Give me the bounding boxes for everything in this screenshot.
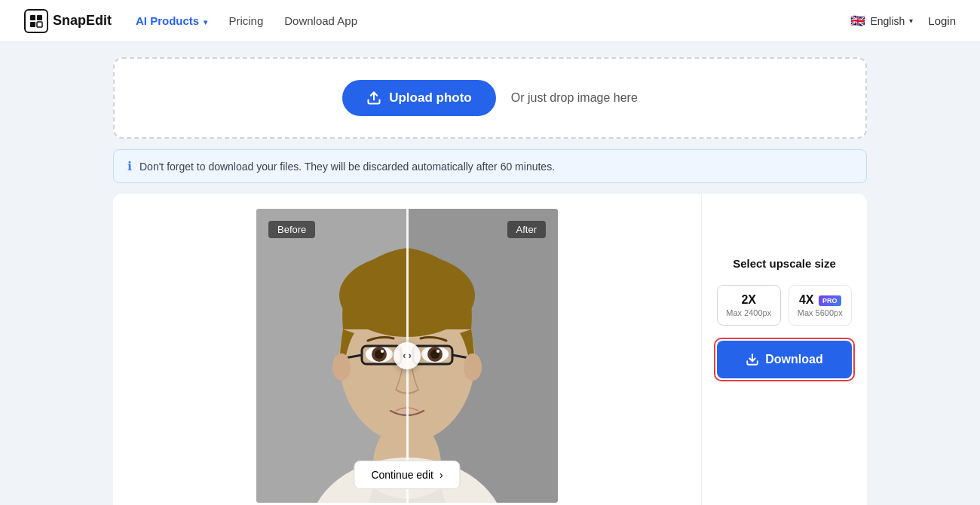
- size-option-4x[interactable]: 4X PRO Max 5600px: [789, 285, 853, 326]
- upload-photo-button[interactable]: Upload photo: [342, 80, 496, 116]
- upload-or-text: Or just drop image here: [511, 91, 638, 105]
- svg-point-26: [464, 354, 482, 381]
- navbar: SnapEdit AI Products ▾ Pricing Download …: [0, 0, 980, 42]
- nav-pricing[interactable]: Pricing: [228, 14, 263, 27]
- svg-rect-2: [30, 22, 35, 27]
- select-size-label: Select upscale size: [717, 257, 852, 270]
- size-4x-sub: Max 5600px: [795, 308, 846, 317]
- lang-label: English: [870, 15, 905, 27]
- download-highlight-border: [714, 338, 855, 381]
- info-icon: ℹ: [127, 159, 132, 173]
- flag-icon: 🇬🇧: [850, 14, 865, 28]
- size-options: 2X Max 2400px 4X PRO Max 5600px: [717, 285, 852, 326]
- after-label: After: [507, 221, 546, 238]
- main-content: Upload photo Or just drop image here ℹ D…: [0, 57, 980, 505]
- right-panel: Select upscale size 2X Max 2400px 4X PRO…: [701, 194, 867, 505]
- arrow-icon: ›: [439, 469, 443, 481]
- info-banner: ℹ Don't forget to download your files. T…: [113, 149, 867, 183]
- logo-icon: [24, 9, 48, 33]
- chevron-down-icon: ▾: [204, 18, 207, 26]
- nav-ai-products[interactable]: AI Products ▾: [136, 14, 207, 27]
- chevron-down-icon: ▾: [909, 17, 913, 25]
- before-label: Before: [268, 221, 315, 238]
- info-text: Don't forget to download your files. The…: [139, 161, 555, 173]
- upload-icon: [366, 90, 381, 106]
- pro-badge: PRO: [819, 295, 841, 306]
- content-area: Before After ‹ › Continue edit › Select …: [113, 194, 867, 505]
- svg-point-19: [436, 350, 439, 353]
- login-button[interactable]: Login: [928, 14, 956, 27]
- comparison-handle[interactable]: ‹ ›: [394, 342, 421, 369]
- logo[interactable]: SnapEdit: [24, 9, 112, 33]
- logo-text: SnapEdit: [53, 13, 112, 29]
- size-2x-label: 2X: [724, 293, 774, 307]
- size-option-2x[interactable]: 2X Max 2400px: [717, 285, 781, 326]
- nav-right: 🇬🇧 English ▾ Login: [850, 14, 956, 28]
- size-2x-sub: Max 2400px: [724, 308, 774, 317]
- continue-edit-button[interactable]: Continue edit ›: [354, 461, 460, 489]
- image-comparison-section: Before After ‹ › Continue edit ›: [113, 194, 701, 505]
- download-button-wrapper: Download: [717, 341, 852, 378]
- svg-point-15: [381, 350, 384, 353]
- svg-rect-1: [37, 15, 42, 20]
- svg-rect-0: [30, 15, 35, 20]
- language-selector[interactable]: 🇬🇧 English ▾: [850, 14, 913, 28]
- nav-download-app[interactable]: Download App: [284, 14, 357, 27]
- size-4x-label: 4X PRO: [795, 293, 846, 307]
- nav-links: AI Products ▾ Pricing Download App: [136, 14, 850, 27]
- svg-rect-3: [37, 22, 42, 27]
- comparison-wrapper[interactable]: Before After ‹ › Continue edit ›: [256, 209, 558, 503]
- svg-point-25: [332, 354, 351, 381]
- upload-section: Upload photo Or just drop image here: [113, 57, 867, 139]
